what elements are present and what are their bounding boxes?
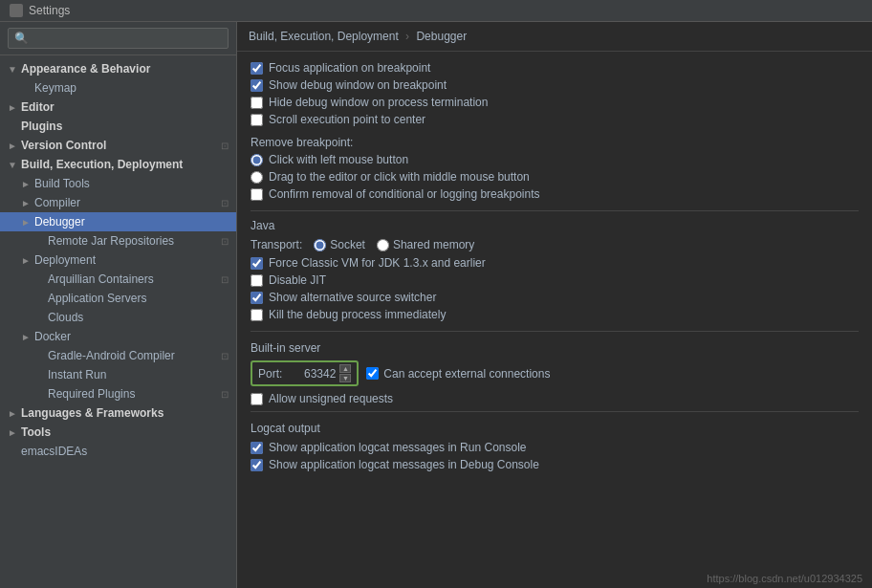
transport-option-socket: Socket	[314, 238, 365, 251]
java-checkbox-row-kill-debug: Kill the debug process immediately	[251, 308, 859, 321]
transport-label: Transport:	[251, 238, 302, 251]
sidebar-label-keymap: Keymap	[34, 81, 229, 95]
sidebar-item-appearance[interactable]: ▼Appearance & Behavior	[0, 59, 236, 78]
built-in-server-title: Built-in server	[251, 341, 859, 355]
java-checkbox-disable-jit[interactable]	[251, 274, 263, 287]
java-section: Java Transport:SocketShared memory Force…	[251, 219, 859, 321]
checkbox-show-debug-window[interactable]	[251, 79, 263, 92]
sidebar-item-debugger[interactable]: ►Debugger	[0, 212, 236, 231]
title-bar-text: Settings	[29, 4, 70, 17]
sidebar-item-instant-run[interactable]: Instant Run	[0, 365, 236, 384]
label-focus-app: Focus application on breakpoint	[269, 61, 430, 75]
port-row: Port: ▲ ▼ Can accept external connection…	[251, 360, 859, 386]
sidebar-item-version-control[interactable]: ►Version Control⊡	[0, 136, 236, 155]
checkbox-scroll-execution[interactable]	[251, 114, 263, 126]
sidebar-item-docker[interactable]: ►Docker	[0, 327, 236, 346]
transport-row: Transport:SocketShared memory	[251, 238, 859, 251]
checkbox-confirm-removal[interactable]	[251, 188, 263, 201]
sidebar-label-tools: Tools	[21, 425, 229, 439]
port-up-button[interactable]: ▲	[339, 364, 351, 373]
sidebar-label-deployment: Deployment	[34, 253, 229, 267]
app-icon	[10, 4, 23, 17]
accept-connections-row: Can accept external connections	[366, 367, 550, 381]
ext-icon-required-plugins: ⊡	[221, 389, 229, 400]
label-drag-editor: Drag to the editor or click with middle …	[269, 170, 530, 184]
sidebar-item-editor[interactable]: ►Editor	[0, 98, 236, 117]
label-click-left: Click with left mouse button	[269, 153, 408, 166]
sidebar-item-emacsidea[interactable]: emacsIDEAs	[0, 442, 236, 461]
radio-click-left[interactable]	[251, 154, 263, 166]
label-confirm-removal: Confirm removal of conditional or loggin…	[269, 187, 539, 201]
logcat-checkbox-row-show-debug-console: Show application logcat messages in Debu…	[251, 458, 859, 471]
breadcrumb-part-1: Build, Execution, Deployment	[249, 30, 399, 43]
java-checkbox-kill-debug[interactable]	[251, 309, 263, 321]
search-input[interactable]	[8, 28, 229, 49]
sidebar-item-plugins[interactable]: Plugins	[0, 117, 236, 136]
sidebar-item-build-tools[interactable]: ►Build Tools	[0, 174, 236, 193]
sidebar-item-languages-frameworks[interactable]: ►Languages & Frameworks	[0, 403, 236, 423]
tree-arrow-compiler: ►	[21, 198, 34, 208]
sidebar-item-build-exec[interactable]: ▼Build, Execution, Deployment	[0, 155, 236, 174]
port-down-button[interactable]: ▼	[339, 374, 351, 382]
divider-3	[251, 411, 859, 412]
tree-arrow-editor: ►	[8, 102, 21, 113]
built-in-server-section: Built-in server Port: ▲ ▼ Can accept ext…	[251, 341, 859, 405]
transport-radio-socket[interactable]	[314, 239, 326, 251]
sidebar-item-deployment[interactable]: ►Deployment	[0, 250, 236, 270]
footer-url: https://blog.csdn.net/u012934325	[237, 569, 872, 588]
java-checkbox-show-alt-source[interactable]	[251, 292, 263, 304]
java-label: Java	[251, 219, 859, 232]
sidebar-label-arquillian: Arquillian Containers	[48, 272, 221, 286]
sidebar-label-plugins: Plugins	[21, 120, 229, 133]
transport-radio-shared-memory[interactable]	[377, 239, 389, 251]
search-box	[0, 22, 236, 55]
port-spinner: ▲ ▼	[339, 364, 351, 382]
java-checkbox-force-classic[interactable]	[251, 257, 263, 270]
allow-unsigned-checkbox[interactable]	[251, 393, 263, 405]
sidebar-item-remote-jar[interactable]: Remote Jar Repositories⊡	[0, 231, 236, 250]
sidebar-label-instant-run: Instant Run	[48, 368, 229, 381]
logcat-checkbox-show-debug-console[interactable]	[251, 459, 263, 471]
sidebar-item-keymap[interactable]: Keymap	[0, 78, 236, 98]
remove-breakpoint-section: Remove breakpoint: Click with left mouse…	[251, 136, 859, 201]
breadcrumb-separator: ›	[405, 30, 412, 43]
radio-row-drag-editor: Drag to the editor or click with middle …	[251, 170, 859, 184]
logcat-checkbox-show-run-console[interactable]	[251, 442, 263, 454]
sidebar-item-tools[interactable]: ►Tools	[0, 423, 236, 442]
content-panel: Build, Execution, Deployment › Debugger …	[237, 22, 872, 588]
sidebar-item-compiler[interactable]: ►Compiler⊡	[0, 193, 236, 212]
transport-label-socket: Socket	[330, 238, 365, 251]
ext-icon-gradle-android: ⊡	[221, 351, 229, 361]
checkbox-row-show-debug-window: Show debug window on breakpoint	[251, 78, 859, 92]
tree-arrow-deployment: ►	[21, 255, 34, 266]
checkbox-focus-app[interactable]	[251, 62, 263, 75]
accept-connections-checkbox[interactable]	[366, 367, 379, 380]
sidebar-label-required-plugins: Required Plugins	[48, 387, 221, 401]
tree-arrow-version-control: ►	[8, 141, 21, 151]
radio-drag-editor[interactable]	[251, 171, 263, 184]
java-label-force-classic: Force Classic VM for JDK 1.3.x and earli…	[269, 256, 486, 270]
ext-icon-compiler: ⊡	[221, 198, 229, 208]
java-label-kill-debug: Kill the debug process immediately	[269, 308, 446, 321]
sidebar-item-required-plugins[interactable]: Required Plugins⊡	[0, 384, 236, 403]
java-label-disable-jit: Disable JIT	[269, 273, 326, 287]
sidebar-label-clouds: Clouds	[48, 311, 229, 324]
port-box: Port: ▲ ▼	[251, 360, 359, 386]
logcat-label-show-debug-console: Show application logcat messages in Debu…	[269, 458, 539, 471]
sidebar-item-gradle-android[interactable]: Gradle-Android Compiler⊡	[0, 346, 236, 365]
logcat-label-show-run-console: Show application logcat messages in Run …	[269, 441, 527, 454]
general-section: Focus application on breakpointShow debu…	[251, 61, 859, 126]
port-input[interactable]	[286, 367, 336, 381]
tree-arrow-build-tools: ►	[21, 179, 34, 189]
sidebar-label-docker: Docker	[34, 330, 229, 343]
sidebar-label-app-servers: Application Servers	[48, 292, 229, 305]
tree-arrow-appearance: ▼	[8, 64, 21, 75]
sidebar-item-clouds[interactable]: Clouds	[0, 308, 236, 327]
sidebar-item-app-servers[interactable]: Application Servers	[0, 289, 236, 308]
checkbox-row-focus-app: Focus application on breakpoint	[251, 61, 859, 75]
checkbox-hide-debug-window[interactable]	[251, 97, 263, 109]
divider-2	[251, 331, 859, 332]
ext-icon-arquillian: ⊡	[221, 274, 229, 285]
sidebar: ▼Appearance & BehaviorKeymap►EditorPlugi…	[0, 22, 237, 588]
sidebar-item-arquillian[interactable]: Arquillian Containers⊡	[0, 270, 236, 289]
